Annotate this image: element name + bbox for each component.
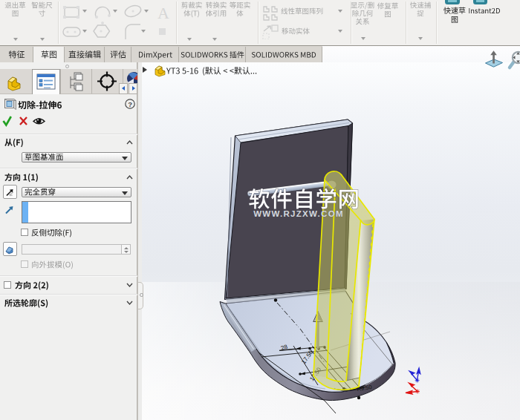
svg-text:WWW.RJZXW.COM: WWW.RJZXW.COM [253,209,344,218]
